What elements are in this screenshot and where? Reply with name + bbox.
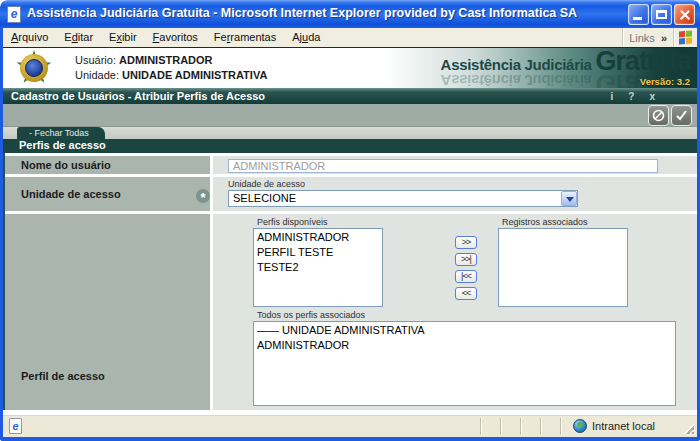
session-info: Usuário: ADMINISTRADOR Unidade: UNIDADE … <box>75 53 267 83</box>
tab-strip: - Fechar Todas <box>3 127 697 139</box>
coat-blue-center <box>25 59 43 77</box>
status-divider <box>540 418 542 435</box>
maximize-button[interactable] <box>651 4 672 25</box>
all-profiles-listbox[interactable]: —— UNIDADE ADMINISTRATIVA ADMINISTRADOR <box>253 321 676 406</box>
select-value: SELECIONE <box>233 191 296 206</box>
action-toolbar <box>3 104 697 127</box>
cancel-circle-slash-icon <box>652 109 665 122</box>
maximize-icon <box>656 10 667 19</box>
available-profiles-listbox[interactable]: ADMINISTRADOR PERFIL TESTE TESTE2 <box>253 228 383 307</box>
available-profiles-label: Perfis disponíveis <box>257 217 328 227</box>
remove-all-button[interactable]: |<< <box>455 270 477 283</box>
label-cell-username: Nome do usuário <box>5 156 210 174</box>
user-line: Usuário: ADMINISTRADOR <box>75 53 267 68</box>
add-all-button[interactable]: >>| <box>455 253 477 266</box>
form-area: Nome do usuário Unidade de acesso * Unid… <box>3 153 697 414</box>
menu-item-label: ramentas <box>230 31 276 43</box>
window-title: Assistência Judiciária Gratuita - Micros… <box>27 0 577 28</box>
help-icon[interactable]: ? <box>628 91 634 102</box>
menu-item-label: E <box>64 31 71 43</box>
unit-field-label: Unidade de acesso <box>228 179 305 189</box>
tab-fechar-todas[interactable]: - Fechar Todas <box>17 127 105 139</box>
page-title-bar: Cadastro de Usuários - Atribuir Perfis d… <box>3 88 697 104</box>
unit-label: Unidade de acesso <box>21 177 121 211</box>
user-label: Usuário: <box>75 54 116 66</box>
links-label: Links <box>629 32 655 44</box>
required-asterisk-icon: * <box>196 189 210 203</box>
status-bar: e Intranet local <box>3 414 697 437</box>
profile-label: Perfil de acesso <box>21 370 105 382</box>
status-divider <box>500 418 502 435</box>
menu-item-label: Aj <box>292 31 302 43</box>
action-buttons <box>648 105 692 126</box>
intranet-zone-icon <box>573 419 587 433</box>
status-divider <box>480 418 482 435</box>
remove-button[interactable]: << <box>455 287 477 300</box>
minimize-button[interactable] <box>628 4 649 25</box>
username-input[interactable] <box>228 159 658 173</box>
page-title: Cadastro de Usuários - Atribuir Perfis d… <box>11 88 265 104</box>
menu-item-label: avoritos <box>159 31 198 43</box>
close-page-icon[interactable]: x <box>649 91 655 102</box>
menu-item-label: da <box>308 31 320 43</box>
menu-favoritos[interactable]: Favoritos <box>145 28 206 47</box>
minimize-icon <box>633 17 642 20</box>
all-profiles-label: Todos os perfis associados <box>257 310 365 320</box>
menu-item-label: itar <box>78 31 93 43</box>
menu-editar[interactable]: Editar <box>56 28 101 47</box>
windows-logo-box <box>673 28 697 47</box>
browser-window: e Assistência Judiciária Gratuita - Micr… <box>0 0 700 441</box>
section-header: Perfis de acesso <box>3 139 697 153</box>
brasil-coat-of-arms-logo <box>16 50 52 86</box>
confirm-button[interactable] <box>671 105 692 126</box>
chevron-down-icon[interactable] <box>561 191 577 206</box>
cancel-button[interactable] <box>648 105 669 126</box>
close-button[interactable] <box>674 4 695 25</box>
label-cell-unit: Unidade de acesso * <box>5 177 210 211</box>
window-border-bottom <box>0 437 700 441</box>
window-border-left <box>0 28 3 441</box>
unit-value: UNIDADE ADMINISTRATIVA <box>122 69 267 81</box>
menu-arquivo[interactable]: Arquivo <box>3 28 56 47</box>
menu-item-label: Fe <box>214 31 227 43</box>
unit-label: Unidade: <box>75 69 119 81</box>
security-zone-label: Intranet local <box>592 415 655 437</box>
menu-bar: Arquivo Editar Exibir Favoritos Ferramen… <box>3 28 697 47</box>
unidade-acesso-select[interactable]: SELECIONE <box>228 190 578 207</box>
status-divider <box>520 418 522 435</box>
menu-exibir[interactable]: Exibir <box>101 28 145 47</box>
ie-page-icon: e <box>7 6 21 23</box>
chevron-right-icon: » <box>661 32 667 44</box>
resize-grip[interactable] <box>684 424 694 434</box>
checkmark-icon <box>675 109 688 122</box>
windows-logo-icon <box>679 31 692 45</box>
title-bar: e Assistência Judiciária Gratuita - Micr… <box>0 0 700 28</box>
associated-records-label: Registros associados <box>502 217 588 227</box>
label-cell-profile: Perfil de acesso <box>5 214 210 410</box>
add-button[interactable]: >> <box>455 236 477 249</box>
user-value: ADMINISTRADOR <box>119 54 213 66</box>
menu-bar-right: Links » <box>622 28 697 47</box>
menu-ajuda[interactable]: Ajuda <box>284 28 328 47</box>
unit-line: Unidade: UNIDADE ADMINISTRATIVA <box>75 68 267 83</box>
list-item[interactable]: —— UNIDADE ADMINISTRATIVA <box>254 323 675 338</box>
list-item[interactable]: ADMINISTRADOR <box>254 338 675 353</box>
info-icon[interactable]: i <box>611 91 614 102</box>
app-header: Usuário: ADMINISTRADOR Unidade: UNIDADE … <box>3 47 697 88</box>
menu-ferramentas[interactable]: Ferramentas <box>206 28 284 47</box>
list-item[interactable]: ADMINISTRADOR <box>254 230 382 245</box>
username-label: Nome do usuário <box>21 156 111 174</box>
page-loaded-icon: e <box>9 418 22 434</box>
page-bar-icons: i ? x <box>611 88 655 104</box>
list-item[interactable]: PERFIL TESTE <box>254 245 382 260</box>
menu-item-label: rquivo <box>18 31 48 43</box>
associated-records-listbox[interactable] <box>498 228 628 307</box>
version-label: Versão: 3.2 <box>640 76 690 87</box>
app-logo-line1-reflect: Assistência Judiciária <box>441 72 596 89</box>
window-controls <box>628 4 695 25</box>
list-item[interactable]: TESTE2 <box>254 260 382 275</box>
menu-item-label: ibir <box>122 31 137 43</box>
links-toolbar[interactable]: Links » <box>622 28 673 47</box>
status-divider <box>560 418 562 435</box>
